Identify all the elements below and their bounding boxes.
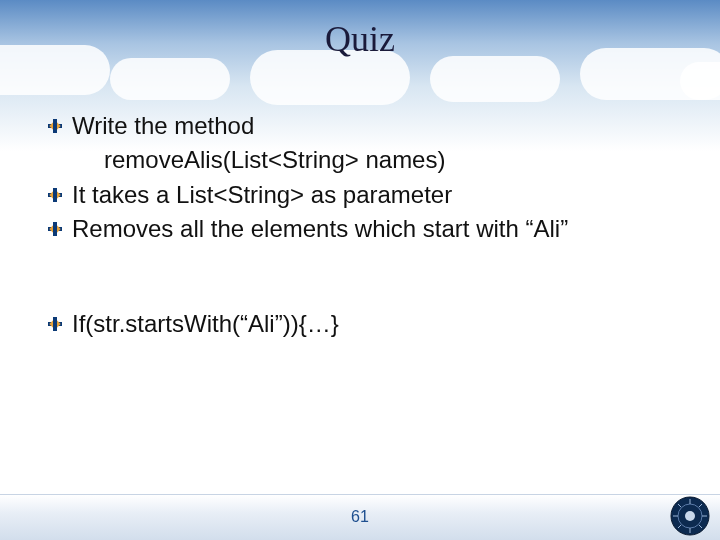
plus-diamond-icon — [48, 317, 62, 331]
bullet-item: Removes all the elements which start wit… — [48, 213, 680, 245]
hint-text: If(str.startsWith(“Ali”)){…} — [72, 308, 680, 340]
bullet-subtext: removeAlis(List<String> names) — [48, 144, 680, 176]
page-number: 61 — [0, 508, 720, 526]
bullet-item: Write the method — [48, 110, 680, 142]
bullet-text: It takes a List<String> as parameter — [72, 179, 680, 211]
bullet-item: If(str.startsWith(“Ali”)){…} — [48, 308, 680, 340]
bullet-text: Write the method — [72, 110, 680, 142]
bullet-text: Removes all the elements which start wit… — [72, 213, 680, 245]
plus-diamond-icon — [48, 222, 62, 236]
svg-point-10 — [685, 511, 695, 521]
slide-content: Write the method removeAlis(List<String>… — [48, 110, 680, 342]
bullet-item: It takes a List<String> as parameter — [48, 179, 680, 211]
university-seal-icon — [670, 496, 710, 536]
slide-title: Quiz — [0, 18, 720, 60]
plus-diamond-icon — [48, 188, 62, 202]
plus-diamond-icon — [48, 119, 62, 133]
